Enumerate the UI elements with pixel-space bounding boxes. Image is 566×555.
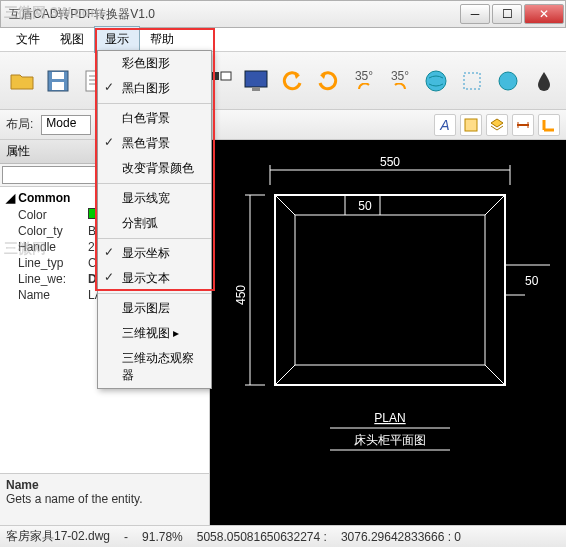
open-folder-icon[interactable]: [6, 65, 38, 97]
svg-text:50: 50: [525, 274, 539, 288]
watermark2: 三微网: [4, 240, 46, 258]
dropdown-show-text[interactable]: ✓显示文本: [98, 266, 211, 291]
dropdown-white-bg[interactable]: 白色背景: [98, 106, 211, 131]
menu-file[interactable]: 文件: [6, 27, 50, 52]
dropdown-bw-graphics[interactable]: ✓黑白图形: [98, 76, 211, 101]
ink-drop-icon[interactable]: [528, 65, 560, 97]
svg-rect-14: [465, 119, 477, 131]
maximize-button[interactable]: ☐: [492, 4, 522, 24]
watermark: 三微网 3W.com: [4, 4, 103, 22]
dropdown-color-graphics[interactable]: 彩色图形: [98, 51, 211, 76]
svg-line-26: [275, 365, 295, 385]
menu-help[interactable]: 帮助: [140, 27, 184, 52]
layout-label: 布局:: [6, 116, 33, 133]
dropdown-split-arc[interactable]: 分割弧: [98, 211, 211, 236]
status-coord2: 3076.29642833666 : 0: [341, 530, 461, 544]
svg-rect-12: [464, 73, 480, 89]
display-dropdown: 彩色图形 ✓黑白图形 白色背景 ✓黑色背景 改变背景颜色 显示线宽 分割弧 ✓显…: [97, 50, 212, 389]
svg-text:PLAN: PLAN: [374, 411, 405, 425]
selection-icon[interactable]: [456, 65, 488, 97]
svg-line-25: [485, 195, 505, 215]
svg-rect-2: [52, 82, 64, 90]
dropdown-3d-orbit[interactable]: 三维动态观察器: [98, 346, 211, 388]
svg-text:床头柜平面图: 床头柜平面图: [354, 433, 426, 447]
check-icon: ✓: [104, 245, 114, 259]
layout-select[interactable]: Mode: [41, 115, 91, 135]
check-icon: ✓: [104, 270, 114, 284]
check-icon: ✓: [104, 135, 114, 149]
status-sep: -: [124, 530, 128, 544]
svg-line-24: [275, 195, 295, 215]
layers-icon[interactable]: [486, 114, 508, 136]
main-toolbar: 35° 35°: [0, 52, 566, 110]
save-icon[interactable]: [42, 65, 74, 97]
redo-icon[interactable]: [312, 65, 344, 97]
minimize-button[interactable]: ─: [460, 4, 490, 24]
hint-text: Gets a name of the entity.: [6, 492, 203, 506]
status-coord1: 5058.05081650632274 :: [197, 530, 327, 544]
svg-rect-22: [275, 195, 505, 385]
svg-rect-8: [221, 72, 231, 80]
status-zoom: 91.78%: [142, 530, 183, 544]
dropdown-show-coords[interactable]: ✓显示坐标: [98, 241, 211, 266]
svg-point-13: [499, 72, 517, 90]
dropdown-show-layers[interactable]: 显示图层: [98, 296, 211, 321]
status-file: 客房家具17-02.dwg: [6, 528, 110, 545]
check-icon: ✓: [104, 80, 114, 94]
globe-icon[interactable]: [420, 65, 452, 97]
circle-icon[interactable]: [492, 65, 524, 97]
hint-title: Name: [6, 478, 203, 492]
dropdown-3d-view[interactable]: 三维视图 ▸: [98, 321, 211, 346]
svg-rect-23: [295, 215, 485, 365]
menu-display[interactable]: 显示: [94, 26, 140, 53]
svg-rect-9: [245, 71, 267, 87]
svg-text:450: 450: [234, 285, 248, 305]
svg-rect-10: [252, 87, 260, 91]
notes-icon[interactable]: [460, 114, 482, 136]
statusbar: 客房家具17-02.dwg - 91.78% 5058.050816506322…: [0, 525, 566, 547]
dimension-icon[interactable]: [512, 114, 534, 136]
svg-text:50: 50: [358, 199, 372, 213]
rotate-left-icon[interactable]: 35°: [348, 65, 380, 97]
undo-icon[interactable]: [276, 65, 308, 97]
svg-line-27: [485, 365, 505, 385]
main-area: 属性 ✕ ◢ Common Color Color_tyBy Handle27 …: [0, 140, 566, 525]
text-a-icon[interactable]: A: [434, 114, 456, 136]
window-controls: ─ ☐ ✕: [459, 2, 565, 26]
hint-box: Name Gets a name of the entity.: [0, 473, 209, 525]
drawing-canvas[interactable]: 550 450 50 50 PLAN 床头柜平面图: [210, 140, 566, 525]
angle-icon[interactable]: [538, 114, 560, 136]
close-button[interactable]: ✕: [524, 4, 564, 24]
svg-point-11: [426, 71, 446, 91]
rotate-right-icon[interactable]: 35°: [384, 65, 416, 97]
menu-view[interactable]: 视图: [50, 27, 94, 52]
cad-drawing: 550 450 50 50 PLAN 床头柜平面图: [210, 140, 566, 525]
monitor-icon[interactable]: [240, 65, 272, 97]
svg-rect-1: [52, 72, 64, 79]
svg-text:550: 550: [380, 155, 400, 169]
menubar: 文件 视图 显示 帮助: [0, 28, 566, 52]
dropdown-black-bg[interactable]: ✓黑色背景: [98, 131, 211, 156]
layout-toolbar: 布局: Mode A: [0, 110, 566, 140]
dropdown-show-lineweight[interactable]: 显示线宽: [98, 186, 211, 211]
dropdown-change-bg-color[interactable]: 改变背景颜色: [98, 156, 211, 181]
